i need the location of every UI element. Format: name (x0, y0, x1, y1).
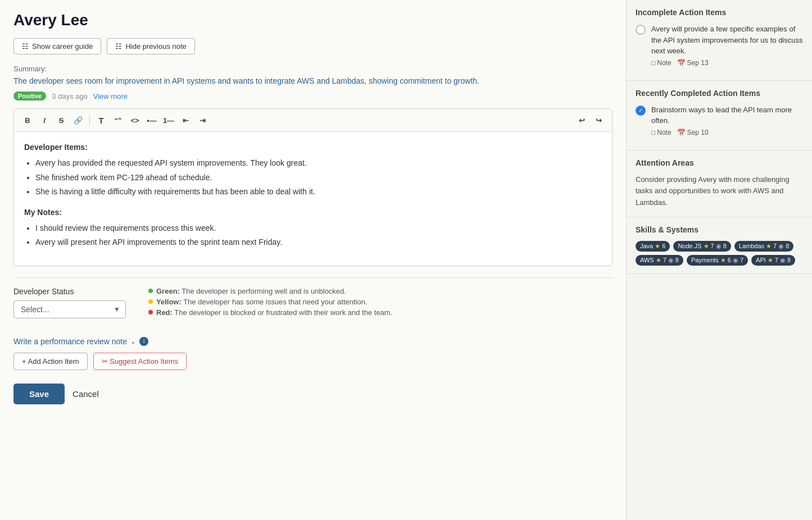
note-link-1[interactable]: □ Note (651, 59, 672, 67)
incomplete-item-meta-1: □ Note 📅 Sep 13 (651, 59, 803, 67)
indent-increase-button[interactable]: ⇥ (194, 112, 210, 128)
developer-items-list: Avery has provided the requested API sys… (35, 157, 602, 198)
status-section: Developer Status Select... Green Yellow … (13, 277, 613, 328)
green-dot (148, 289, 153, 293)
date-2: 📅 Sep 10 (677, 129, 709, 136)
bottom-buttons: Save Cancel (13, 384, 613, 404)
completed-section-title: Recently Completed Action Items (636, 89, 803, 98)
view-more-link[interactable]: View more (93, 92, 128, 101)
skill-payments: Payments ★ 6 ◉ 7 (687, 255, 748, 266)
incomplete-section-title: Incomplete Action Items (636, 8, 803, 17)
action-item-buttons: + Add Action Item ✂ Suggest Action Items (13, 353, 613, 370)
save-button[interactable]: Save (13, 384, 65, 404)
attention-text: Consider providing Avery with more chall… (636, 174, 803, 209)
skills-grid: Java ★ 6 Node.JS ★ 7 ◉ 8 Lambdas ★ 7 ◉ 8 (636, 241, 803, 266)
perf-review-link[interactable]: Write a performance review note ⌄ i (13, 337, 613, 346)
link-button[interactable]: 🔗 (70, 112, 86, 128)
toolbar-divider-1 (89, 115, 90, 126)
summary-meta: Positive 3 days ago View more (13, 92, 613, 101)
ordered-list-button[interactable]: 1— (161, 112, 176, 128)
time-ago: 3 days ago (52, 92, 88, 101)
completed-item-text-1: Brainstorm ways to lead the API team mor… (651, 104, 803, 126)
sidebar: Incomplete Action Items Avery will provi… (627, 0, 812, 520)
blockquote-button[interactable]: “” (110, 112, 126, 128)
notes-list: I should review the requirements process… (35, 222, 602, 249)
status-legend: Green: The developer is performing well … (148, 287, 613, 319)
status-select[interactable]: Select... Green Yellow Red (13, 300, 126, 318)
hide-previous-note-button[interactable]: ☷ Hide previous note (107, 38, 194, 54)
incomplete-item-text-1: Avery will provide a few specific exampl… (651, 24, 803, 57)
skill-lambdas: Lambdas ★ 7 ◉ 8 (734, 241, 794, 252)
bold-button[interactable]: B (20, 112, 35, 128)
skill-aws: AWS ★ 7 ◉ 8 (636, 255, 683, 266)
chevron-down-icon: ⌄ (130, 337, 136, 345)
editor-body[interactable]: Developer Items: Avery has provided the … (14, 132, 612, 266)
indent-decrease-button[interactable]: ⇤ (178, 112, 193, 128)
note-link-2[interactable]: □ Note (651, 129, 672, 136)
editor-toolbar: B I S 🔗 T “” <> •— 1— ⇤ ⇥ ↩ ↪ (14, 109, 612, 132)
status-left: Developer Status Select... Green Yellow … (13, 287, 126, 318)
skill-api: API ★ 7 ◉ 8 (751, 255, 795, 266)
dev-item-3: She is having a little difficulty with r… (35, 185, 602, 198)
legend-green: Green: The developer is performing well … (148, 287, 613, 295)
dev-item-1: Avery has provided the requested API sys… (35, 157, 602, 169)
unordered-list-button[interactable]: •— (144, 112, 160, 128)
red-dot (148, 310, 153, 314)
skill-nodejs: Node.JS ★ 7 ◉ 8 (673, 241, 731, 252)
summary-label: Summary: (13, 65, 613, 73)
legend-yellow: Yellow: The developer has some issues th… (148, 298, 613, 306)
summary-text: The developer sees room for improvement … (13, 75, 613, 87)
yellow-dot (148, 299, 153, 304)
calendar-icon-1: 📅 (677, 59, 686, 67)
suggest-action-items-button[interactable]: ✂ Suggest Action Items (93, 353, 187, 370)
positive-badge: Positive (13, 92, 46, 101)
text-size-button[interactable]: T (93, 112, 109, 128)
status-select-wrapper: Select... Green Yellow Red ▼ (13, 300, 126, 318)
skills-title: Skills & Systems (636, 225, 803, 234)
skills-section: Skills & Systems Java ★ 6 Node.JS ★ 7 ◉ … (627, 217, 812, 274)
note-item-1: I should review the requirements process… (35, 222, 602, 234)
redo-button[interactable]: ↪ (591, 112, 606, 128)
page-title: Avery Lee (13, 11, 613, 29)
completed-item-1: ✓ Brainstorm ways to lead the API team m… (636, 104, 803, 136)
top-action-buttons: ☷ Show career guide ☷ Hide previous note (13, 38, 613, 54)
completed-circle-1[interactable]: ✓ (636, 106, 646, 116)
calendar-icon-2: 📅 (677, 129, 686, 136)
undo-button[interactable]: ↩ (574, 112, 589, 128)
note-icon-1: □ (651, 59, 655, 67)
section2-title: My Notes: (24, 206, 602, 218)
add-action-item-button[interactable]: + Add Action Item (13, 353, 88, 370)
section1-title: Developer Items: (24, 141, 602, 153)
info-icon: i (139, 337, 148, 346)
note-icon: ☷ (115, 42, 122, 51)
dev-item-2: She finished work item PC-129 ahead of s… (35, 171, 602, 184)
red-key: Red: (156, 308, 173, 317)
strikethrough-button[interactable]: S (53, 112, 69, 128)
note-item-2: Avery will present her API improvements … (35, 236, 602, 248)
skill-java: Java ★ 6 (636, 241, 670, 252)
editor-container: B I S 🔗 T “” <> •— 1— ⇤ ⇥ ↩ ↪ Developer … (13, 108, 613, 266)
code-button[interactable]: <> (127, 112, 143, 128)
summary-section: Summary: The developer sees room for imp… (13, 65, 613, 101)
status-label: Developer Status (13, 287, 126, 296)
incomplete-action-items-section: Incomplete Action Items Avery will provi… (627, 0, 812, 81)
cancel-button[interactable]: Cancel (72, 389, 99, 399)
career-guide-icon: ☷ (22, 42, 29, 51)
italic-button[interactable]: I (37, 112, 52, 128)
perf-review-label: Write a performance review note (13, 337, 127, 346)
note-icon-2: □ (651, 129, 655, 136)
incomplete-circle-1[interactable] (636, 25, 646, 35)
legend-red: Red: The developer is blocked or frustra… (148, 308, 613, 317)
completed-action-items-section: Recently Completed Action Items ✓ Brains… (627, 81, 812, 150)
attention-title: Attention Areas (636, 158, 803, 167)
completed-item-meta-1: □ Note 📅 Sep 10 (651, 129, 803, 136)
yellow-key: Yellow: (156, 298, 182, 306)
green-key: Green: (156, 287, 180, 295)
show-career-guide-button[interactable]: ☷ Show career guide (13, 38, 101, 54)
incomplete-item-1: Avery will provide a few specific exampl… (636, 24, 803, 67)
attention-areas-section: Attention Areas Consider providing Avery… (627, 150, 812, 217)
date-1: 📅 Sep 13 (677, 59, 709, 67)
